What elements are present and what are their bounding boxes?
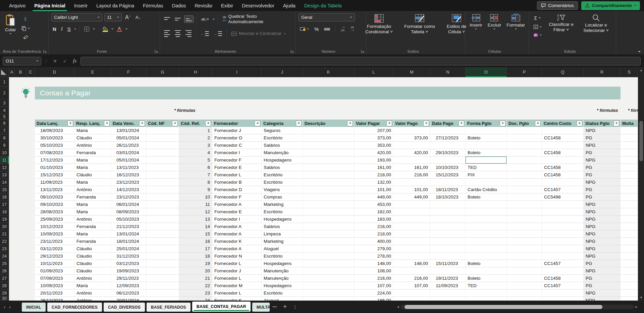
table-header-forma-pgto[interactable]: Forma Pgto: [466, 120, 507, 127]
cell-G9[interactable]: [146, 142, 179, 149]
cell-J22[interactable]: Marketing: [262, 238, 303, 245]
cell-E30[interactable]: Antônio: [74, 297, 111, 301]
cell-E11[interactable]: Maria: [74, 156, 111, 164]
paste-button[interactable]: Colar: [3, 13, 18, 35]
cell-N19[interactable]: [430, 216, 466, 223]
cell-N30[interactable]: [430, 297, 466, 301]
cell-K28[interactable]: [303, 282, 354, 289]
cell-M19[interactable]: [393, 216, 430, 223]
cell-K7[interactable]: [303, 127, 354, 134]
column-header-J[interactable]: J: [262, 67, 303, 77]
cell-O14[interactable]: [466, 179, 507, 186]
table-header-multa[interactable]: Multa: [621, 120, 638, 127]
cell-K9[interactable]: [303, 142, 354, 149]
menu-item-revisao[interactable]: Revisão: [190, 0, 216, 11]
row-header-1[interactable]: 1: [0, 77, 9, 87]
cell-I21[interactable]: Fornecedor A: [212, 230, 262, 238]
cell-N18[interactable]: [430, 208, 466, 216]
table-header-fornecedor[interactable]: Fornecedor: [212, 120, 262, 127]
cell-R7[interactable]: NPG: [584, 127, 621, 134]
cell-L30[interactable]: 166,00: [354, 297, 393, 301]
cell-P28[interactable]: [507, 282, 542, 289]
cell-Q27[interactable]: CC1458: [542, 275, 584, 282]
cell-Q29[interactable]: [542, 289, 584, 297]
cell-Q14[interactable]: [542, 179, 584, 186]
column-header-C[interactable]: C: [26, 67, 35, 77]
filter-button[interactable]: [172, 121, 178, 126]
decrease-indent-button[interactable]: ←: [199, 30, 210, 37]
table-header-descricao[interactable]: Descrição: [303, 120, 354, 127]
cell-M30[interactable]: [393, 297, 430, 301]
cell-D13[interactable]: 15/12/2023: [35, 171, 74, 179]
filter-button[interactable]: [255, 121, 260, 126]
cell-Q21[interactable]: [542, 230, 584, 238]
cell-F29[interactable]: 06/12/2023: [111, 289, 146, 297]
cell-O19[interactable]: [466, 216, 507, 223]
copy-button[interactable]: [20, 25, 31, 32]
cell-J19[interactable]: Hospedagens: [262, 216, 303, 223]
insert-cells-button[interactable]: Inserir: [467, 13, 485, 48]
row-header-14[interactable]: 14: [0, 179, 9, 186]
cell-J13[interactable]: Escritório: [262, 171, 303, 179]
cell-K23[interactable]: [303, 245, 354, 253]
cell-O20[interactable]: [466, 223, 507, 230]
table-header-valor-pago[interactable]: Valor Pago: [393, 120, 430, 127]
cell-R22[interactable]: NPG: [584, 238, 621, 245]
cell-R26[interactable]: NPG: [584, 267, 621, 275]
cell-G22[interactable]: [146, 238, 179, 245]
column-header-G[interactable]: G: [146, 67, 179, 77]
cell-K13[interactable]: [303, 171, 354, 179]
cell-G30[interactable]: [146, 297, 179, 301]
cell-L17[interactable]: 453,00: [354, 201, 393, 208]
cell-R29[interactable]: NPG: [584, 289, 621, 297]
cell-J16[interactable]: Compras: [262, 193, 303, 201]
cell-P23[interactable]: [507, 245, 542, 253]
cell-P7[interactable]: [507, 127, 542, 134]
cell-S18[interactable]: [621, 208, 638, 216]
horizontal-scrollbar-track[interactable]: [400, 305, 634, 309]
horizontal-scrollbar[interactable]: ◂ ▸: [397, 304, 637, 310]
cell-K15[interactable]: [303, 186, 354, 193]
cell-I15[interactable]: Fornecedor D: [212, 186, 262, 193]
cell-O25[interactable]: Boleto: [466, 260, 507, 267]
cell-R13[interactable]: PG: [584, 171, 621, 179]
cell-S12[interactable]: [621, 164, 638, 171]
cell-G23[interactable]: [146, 245, 179, 253]
cell-E27[interactable]: Antônio: [74, 275, 111, 282]
align-bottom-button[interactable]: [184, 15, 194, 23]
cell-S13[interactable]: [621, 171, 638, 179]
cell-L20[interactable]: 216,00: [354, 223, 393, 230]
share-button[interactable]: Compartilhamento: [581, 1, 640, 10]
filter-button[interactable]: [205, 121, 211, 126]
filter-button[interactable]: [139, 121, 145, 126]
delete-cells-button[interactable]: Excluir: [485, 13, 504, 48]
cell-E21[interactable]: Maria: [74, 230, 111, 238]
table-header-cod-ref[interactable]: Cód. Ref.: [179, 120, 212, 127]
cell-H9[interactable]: 3: [179, 142, 212, 149]
cell-L15[interactable]: 101,00: [354, 186, 393, 193]
menu-item-pagina-inicial[interactable]: Página Inicial: [30, 0, 70, 11]
cell-E24[interactable]: Cláudio: [74, 253, 111, 260]
row-header-9[interactable]: 9: [0, 142, 9, 149]
cell-G26[interactable]: [146, 267, 179, 275]
cell-P26[interactable]: [507, 267, 542, 275]
menu-item-exibir[interactable]: Exibir: [217, 0, 237, 11]
column-header-A[interactable]: A: [9, 67, 15, 77]
row-header-5[interactable]: 5: [0, 114, 9, 120]
row-header-22[interactable]: 22: [0, 238, 9, 245]
cell-P25[interactable]: [507, 260, 542, 267]
cell-D15[interactable]: 13/11/2023: [35, 186, 74, 193]
number-dialog-launcher-icon[interactable]: [361, 49, 365, 53]
row-header-16[interactable]: 16: [0, 193, 9, 201]
cell-O9[interactable]: [466, 142, 507, 149]
sheet-options-button[interactable]: ⋮: [290, 304, 301, 310]
cell-I29[interactable]: Fornecedor L: [212, 289, 262, 297]
menu-item-formulas[interactable]: Fórmulas: [139, 0, 167, 11]
cell-S11[interactable]: [621, 156, 638, 164]
cell-L29[interactable]: 224,00: [354, 289, 393, 297]
row-header-17[interactable]: 17: [0, 201, 9, 208]
cell-K19[interactable]: [303, 216, 354, 223]
cell-G28[interactable]: [146, 282, 179, 289]
font-color-button[interactable]: A: [115, 26, 123, 33]
cell-J23[interactable]: Aluguel: [262, 245, 303, 253]
